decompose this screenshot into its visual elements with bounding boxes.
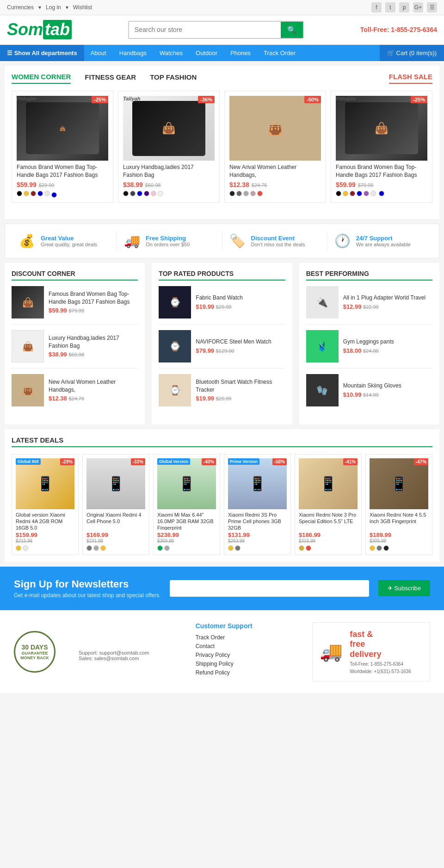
- nav-handbags[interactable]: Handbags: [113, 45, 153, 61]
- color-dot[interactable]: [164, 545, 170, 551]
- color-dot[interactable]: [383, 545, 389, 551]
- color-dot[interactable]: [44, 191, 50, 196]
- color-dot[interactable]: [235, 545, 240, 551]
- deal-card[interactable]: 📱 -41% Xiaomi Redmi Note 3 Pro Special E…: [295, 454, 362, 555]
- contact-link[interactable]: Contact: [196, 643, 299, 649]
- color-dot[interactable]: [130, 191, 136, 196]
- list-item[interactable]: 👜 Luxury Handbag,ladies 2017 Fashion Bag…: [12, 330, 138, 368]
- tab-top-fashion[interactable]: TOP FASHION: [150, 73, 197, 83]
- color-dot[interactable]: [16, 545, 21, 551]
- color-dot[interactable]: [343, 191, 348, 196]
- list-item[interactable]: 🩱 Gym Leggings pants $18.00 $24.00: [306, 330, 432, 368]
- color-dot[interactable]: [370, 545, 375, 551]
- logo[interactable]: Somtab: [7, 20, 72, 39]
- deals-grid: Global 808 📱 -29% Global version Xiaomi …: [12, 454, 432, 555]
- product-card[interactable]: Taliyah 👜 -36% Luxury Handbag,ladies 201…: [118, 91, 220, 203]
- color-dot[interactable]: [236, 191, 242, 196]
- list-item[interactable]: ⌚ Fabric Band Watch $19.99 $29.99: [159, 286, 285, 325]
- deal-card[interactable]: Global 808 📱 -29% Global version Xiaomi …: [12, 454, 79, 555]
- color-dot[interactable]: [86, 545, 92, 551]
- pinterest-icon[interactable]: p: [399, 2, 409, 12]
- subscribe-button[interactable]: ✈ Subscribe: [378, 580, 430, 596]
- list-product-image: 👜: [12, 330, 44, 362]
- color-dot[interactable]: [350, 191, 355, 196]
- list-product-name: Famous Brand Women Bag Top-Handle Bags 2…: [49, 290, 138, 306]
- rss-icon[interactable]: ☰: [427, 2, 437, 12]
- list-item[interactable]: 🔌 All in 1 Plug Adapter World Travel $12…: [306, 286, 432, 325]
- shipping-policy-link[interactable]: Shipping Policy: [196, 661, 299, 667]
- color-dot[interactable]: [100, 545, 106, 551]
- feature-desc: We are always available: [356, 242, 411, 247]
- deal-card[interactable]: Prime Version 📱 -58% Xiaomi Redmi 3S Pro…: [224, 454, 291, 555]
- deal-card[interactable]: 📱 -33% Original Xiaomi Redmi 4 Cell Phon…: [82, 454, 149, 555]
- list-item[interactable]: ⌚ NAVIFORCE Steel Men Watch $79.99 $129.…: [159, 330, 285, 368]
- departments-button[interactable]: ☰ Show All departments: [0, 45, 84, 61]
- product-card[interactable]: Pbhajim 👜 -25% Famous Brand Women Bag To…: [331, 91, 432, 203]
- color-dot[interactable]: [123, 191, 129, 196]
- nav-about[interactable]: About: [84, 45, 113, 61]
- newsletter-email-input[interactable]: [170, 580, 369, 597]
- login-link[interactable]: Log in: [46, 4, 61, 11]
- flash-sale-title: FLASH SALE: [389, 73, 432, 84]
- color-dot[interactable]: [37, 191, 43, 196]
- color-dot[interactable]: [306, 545, 311, 551]
- product-card[interactable]: Pbhajim 👜 -25% Famous Brand Women Bag To…: [12, 91, 113, 203]
- tab-women-corner[interactable]: WOMEN CORNER: [12, 73, 71, 84]
- privacy-policy-link[interactable]: Privacy Policy: [196, 652, 299, 658]
- deal-card[interactable]: 📱 -47% Xiaomi Redmi Note 4 5.5 inch 3GB …: [365, 454, 432, 555]
- color-dot[interactable]: [336, 191, 341, 196]
- color-dot[interactable]: [93, 545, 99, 551]
- refund-policy-link[interactable]: Refund Policy: [196, 669, 299, 676]
- currencies-link[interactable]: Currencies: [7, 4, 34, 11]
- search-input[interactable]: [129, 22, 281, 37]
- color-dot[interactable]: [158, 191, 163, 196]
- list-item[interactable]: 👜 Famous Brand Women Bag Top-Handle Bags…: [12, 286, 138, 325]
- nav-phones[interactable]: Phones: [224, 45, 257, 61]
- shipping-icon: 🚚: [124, 233, 140, 249]
- footer: 30 DAYS GUARANTEE MONEY BACK Support: su…: [0, 610, 444, 693]
- color-dot[interactable]: [23, 545, 28, 551]
- product-image: 👜: [336, 96, 427, 161]
- color-dot[interactable]: [299, 545, 304, 551]
- color-dot[interactable]: [17, 191, 22, 196]
- color-dot[interactable]: [379, 191, 384, 196]
- color-dot[interactable]: [243, 191, 249, 196]
- search-button[interactable]: 🔍: [281, 22, 303, 38]
- googleplus-icon[interactable]: G+: [413, 2, 423, 12]
- wishlist-link[interactable]: Wishlist: [73, 4, 92, 11]
- tab-fitness-gear[interactable]: FITNESS GEAR: [85, 73, 136, 83]
- list-item[interactable]: ⌚ Bluetooth Smart Watch Fitness Tracker …: [159, 374, 285, 412]
- color-dot[interactable]: [24, 191, 29, 196]
- product-card[interactable]: 👜 -50% New Arival Women Leather Handbags…: [224, 91, 326, 203]
- color-dot[interactable]: [31, 191, 36, 196]
- deal-image: 📱: [299, 458, 358, 509]
- color-dot[interactable]: [250, 191, 256, 196]
- list-item[interactable]: 🧤 Mountain Skiing Gloves $10.99 $14.99: [306, 374, 432, 412]
- color-dot[interactable]: [51, 192, 57, 198]
- color-dot[interactable]: [376, 545, 382, 551]
- list-product-price: $19.99: [196, 395, 214, 402]
- deal-card[interactable]: Global Version 📱 -40% Xiaomi Mi Max 6.44…: [153, 454, 220, 555]
- color-dot[interactable]: [257, 191, 263, 196]
- list-item[interactable]: 👜 New Arival Women Leather Handbags, $12…: [12, 374, 138, 412]
- nav-outdoor[interactable]: Outdoor: [189, 45, 224, 61]
- discount-corner-title: DISCOUNT CORNER: [12, 270, 138, 281]
- facebook-icon[interactable]: f: [371, 2, 382, 12]
- color-dot[interactable]: [137, 191, 142, 196]
- nav-trackorder[interactable]: Track Order: [257, 45, 302, 61]
- color-dot[interactable]: [157, 545, 163, 551]
- cart-button[interactable]: 🛒 Cart (0 item(s)): [380, 45, 444, 61]
- twitter-icon[interactable]: t: [385, 2, 395, 12]
- toll-free: Toll-Free: 1-855-275-6364: [360, 26, 437, 33]
- color-dot[interactable]: [357, 191, 362, 196]
- nav-watches[interactable]: Watches: [153, 45, 189, 61]
- color-dot[interactable]: [364, 191, 369, 196]
- color-dot[interactable]: [144, 191, 149, 196]
- featured-products-row: Pbhajim 👜 -25% Famous Brand Women Bag To…: [12, 91, 432, 203]
- color-dot[interactable]: [228, 545, 234, 551]
- color-dot[interactable]: [370, 191, 376, 196]
- latest-deals-title: LATEST DEALS: [12, 436, 432, 447]
- color-dot[interactable]: [229, 191, 235, 196]
- track-order-link[interactable]: Track Order: [196, 634, 299, 641]
- color-dot[interactable]: [151, 191, 156, 196]
